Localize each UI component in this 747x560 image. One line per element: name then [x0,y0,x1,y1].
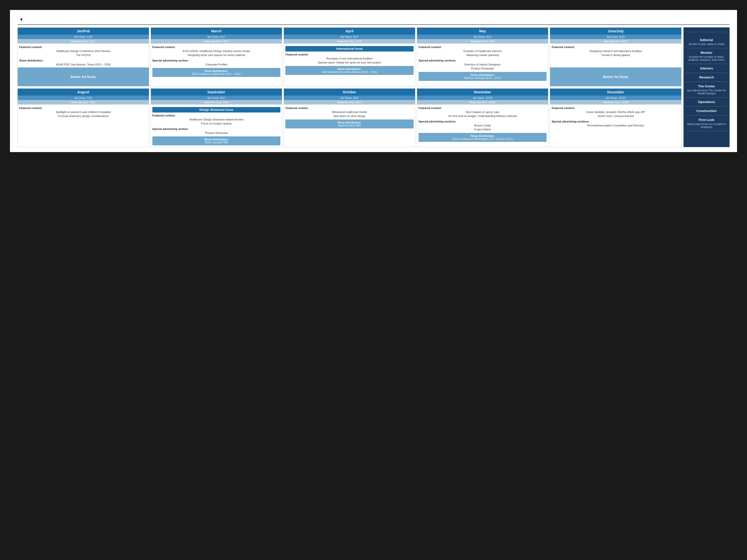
show-label-september: Show distribution: [153,138,280,141]
month-col-may: MayAd Close: 4/21Materials Due: 4/23Feat… [417,27,548,86]
special-label-march: Special advertising section: [152,59,281,62]
month-header-june-july: June/July [550,28,681,34]
ad-close-june-july: Ad Close: 5/19 [550,34,681,39]
month-body-september: Design Showcase IssueFeatured content:He… [151,105,282,147]
month-body-october: Featured content:Behavioral healthcare t… [284,105,415,147]
month-col-november: NovemberAd Close: 10/16Materials Due: 10… [417,88,548,147]
sidebar-item-name-2: Interiors [687,66,726,70]
sidebar-item-0: Editorial(Kristin D Zeit, editor-in-chie… [686,35,727,48]
month-body-june-july: Featured content:Designing research and … [550,44,681,68]
highlight-april: International Issue [285,46,414,52]
sidebar-title [686,30,727,32]
materials-due-october: Materials Due: 9/17 [284,100,415,105]
featured-item-november-1: On time and on budget: Understanding del… [418,114,547,117]
header: ▼ [18,18,729,25]
ad-close-december: Ad Close: 11/16 [550,96,681,100]
sidebar-item-1: Monitor(a quick-hit roundup of news, pro… [686,48,727,64]
featured-label-june-july: Featured content: [551,46,680,49]
row-0: Jan/FebAd Close: 1/20Materials Due: 1/22… [18,27,681,86]
materials-due-march: Materials Due: 2/19 [151,39,282,44]
special-item-may-1: Product Showcase [418,67,547,70]
month-header-jan-feb: Jan/Feb [18,28,149,34]
materials-due-september: Materials Due: 8/19 [151,100,282,105]
highlight-september: Design Showcase Issue [152,107,281,112]
show-item-november-0: HCD Conference Washington, D.C. (11/15-1… [419,137,546,140]
featured-item-june-july-0: Designing research and laboratory facili… [551,50,680,53]
featured-item-may-1: Mastering master planning [418,54,547,56]
show-item-may-0: NeoCon Chicago (6/15 – 6/17) [419,76,546,79]
featured-item-october-1: New takes on clinic design [285,114,414,117]
materials-due-december: Materials Due: 11/18 [550,100,681,105]
featured-label-jan-feb: Featured content: [19,46,148,49]
featured-label-september: Featured content: [152,114,281,117]
show-dist-november: Show distribution:HCD Conference Washing… [418,133,547,142]
sidebar-item-desc-1: (a quick-hit roundup of news, projects, … [687,55,726,61]
ad-close-jan-feb: Ad Close: 1/20 [18,34,149,39]
month-col-jan-feb: Jan/FebAd Close: 1/20Materials Due: 1/22… [18,27,149,86]
month-body-august: Featured content:Spotlight on women's an… [18,105,149,147]
month-header-may: May [417,28,548,34]
row-1: AugustAd Close: 7/21Materials Due: 7/23F… [18,88,681,147]
sidebar-item-desc-4: (an editorial from The Center for Health… [687,89,726,95]
sidebar-item-name-5: Operations [687,100,726,104]
special-label-jan-feb: Show distribution: [19,59,148,62]
materials-due-april: Materials Due: 3/19 [284,39,415,44]
ad-close-november: Ad Close: 10/16 [417,96,548,100]
arrow-icon: ▼ [20,18,23,22]
featured-label-december: Featured content: [551,107,680,109]
calendar-grid: Jan/FebAd Close: 1/20Materials Due: 1/22… [18,27,729,147]
sidebar-item-desc-7: (back page focus on a project in progres… [687,123,726,128]
month-header-december: December [550,88,681,96]
show-item-march-0: EFA Conference Baltimore (4/19 – 4/21) [153,73,280,75]
special-item-september-0: Product Showcase [152,131,281,134]
baxter-box-jan-feb: Baxter Ad Study [18,68,149,86]
month-body-december: Featured content:Green facilities, revis… [550,105,681,147]
featured-item-december-1: Green roofs: Lessons learned [551,114,680,117]
featured-item-august-0: Spotlight on women's and children's hosp… [19,110,148,113]
featured-item-may-0: Evolution of healthcare interiors [418,50,547,53]
months-area: Jan/FebAd Close: 1/20Materials Due: 1/22… [18,27,681,147]
special-item-jan-feb-0: ASHE-PDC San Antonio, Texas (3/15 – 3/18… [19,63,148,66]
sidebar-item-2: Interiors [686,64,727,73]
special-label-september: Special advertising section: [152,128,281,130]
sidebar-item-name-0: Editorial [687,38,726,42]
special-item-november-1: Project Watch [418,128,547,131]
ad-close-march: Ad Close: 2/17 [151,34,282,39]
month-header-september: September [151,88,282,96]
month-header-april: April [284,28,415,34]
featured-item-april-1: Special report: Global hot spots for you… [285,61,414,64]
show-dist-september: Show distribution:IIDEX Canada TBD [152,136,281,145]
month-col-april: AprilAd Close: 3/17Materials Due: 3/19In… [284,27,415,86]
featured-label-april: Featured content: [285,53,414,56]
page: ▼ Jan/FebAd Close: 1/20Materials Due: 1/… [10,10,737,152]
show-dist-march: Show distribution:EFA Conference Baltimo… [152,68,281,77]
month-header-march: March [151,28,282,34]
featured-item-jan-feb-0: Healthcare Design Conference 2014 Review [19,50,148,53]
sidebar-item-name-3: Research [687,75,726,79]
materials-due-august: Materials Due: 7/23 [18,100,149,105]
featured-item-october-0: Behavioral healthcare trends [285,110,414,113]
sidebar-item-4: The Center(an editorial from The Center … [686,82,727,98]
show-item-october-0: NeoCon East TBD [286,124,413,127]
sidebar-item-name-4: The Center [687,84,726,88]
featured-item-september-1: Focus on surgery spaces [152,122,281,125]
month-col-march: MarchAd Close: 2/17Materials Due: 2/19Fe… [151,27,282,86]
month-body-november: Featured content:Next chapter of cancer … [417,105,548,147]
month-body-march: Featured content:EXCLUSIVE: Healthcare D… [151,44,282,86]
sidebar-item-name-7: First Look [687,118,726,122]
ad-close-may: Ad Close: 4/21 [417,34,548,39]
featured-item-august-1: In-house pharmacy design considerations [19,114,148,117]
special-item-november-0: Buyers Guide [418,124,547,127]
special-label-november: Special advertising sections: [418,120,547,123]
special-item-december-0: Remodel/renovation Competition and Direc… [551,124,680,127]
month-col-august: AugustAd Close: 7/21Materials Due: 7/23F… [18,88,149,147]
featured-item-jan-feb-1: The HCD10 [19,54,148,56]
featured-label-october: Featured content: [285,107,414,109]
featured-item-december-0: Green facilities, revisited: Did the eff… [551,110,680,113]
month-col-september: SeptemberAd Close: 8/17Materials Due: 8/… [151,88,282,147]
month-header-august: August [18,88,149,96]
ad-close-october: Ad Close: 9/15 [284,96,415,100]
month-col-june-july: June/JulyAd Close: 5/19Materials Due: 5/… [550,27,681,86]
materials-due-jan-feb: Materials Due: 1/22 [18,39,149,44]
sidebar-item-name-6: Construction [687,109,726,113]
